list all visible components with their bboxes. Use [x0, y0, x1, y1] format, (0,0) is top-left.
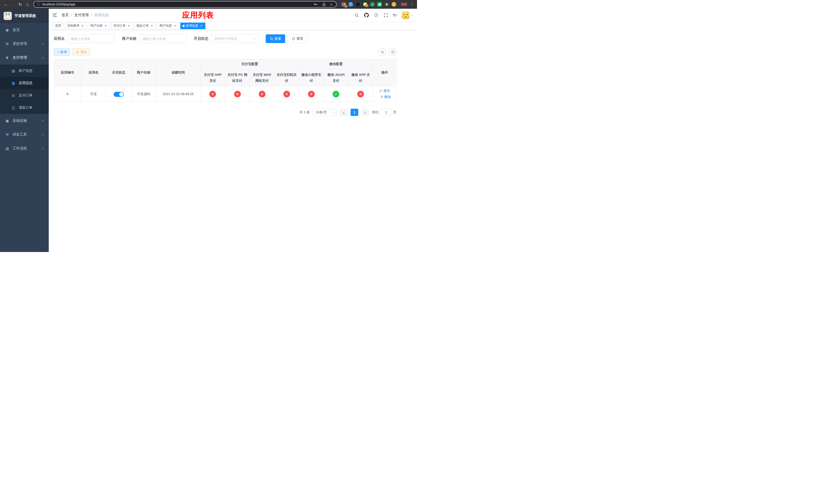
share-icon[interactable]	[321, 2, 327, 7]
breadcrumb-home[interactable]: 首页	[62, 13, 69, 18]
tab-refund-orders[interactable]: 退款订单 ×	[134, 23, 156, 29]
goto-suffix: 页	[393, 110, 396, 115]
search-icon[interactable]	[354, 12, 359, 18]
address-bar[interactable]: ⓘ localhost:1024/pay/app ☆	[33, 1, 337, 8]
close-icon[interactable]: ×	[104, 24, 107, 28]
reset-button-label: 重置	[297, 37, 303, 41]
pay-order-icon: ◎	[11, 93, 15, 97]
sidebar-item-devtools[interactable]: ⚒ 研发工具	[0, 128, 49, 141]
prev-page-button[interactable]: ‹	[340, 109, 348, 116]
sidebar-item-app-info[interactable]: ▦ 应用信息	[0, 77, 49, 89]
page-content: 应用名 商户名称 开启状态 请选择开启状态 搜索	[49, 30, 417, 252]
refresh-table-button[interactable]	[389, 48, 396, 56]
toggle-search-button[interactable]	[378, 48, 386, 56]
github-icon[interactable]	[364, 12, 369, 18]
browser-update-button[interactable]: 更新	[399, 2, 409, 7]
cell-app-id: 6	[54, 86, 81, 102]
extension-colorful-icon[interactable]: 10	[341, 2, 346, 7]
user-avatar[interactable]	[402, 11, 413, 19]
status-select[interactable]: 请选择开启状态	[211, 35, 259, 43]
goto-page-input[interactable]	[380, 109, 392, 116]
page-number-button[interactable]: 1	[351, 109, 358, 116]
sidebar-item-infrastructure[interactable]: ▣ 基础设施	[0, 114, 49, 128]
tab-process-form[interactable]: 流程表单 ×	[65, 23, 87, 29]
browser-reload-button[interactable]: ↻	[17, 1, 24, 8]
tab-label: 流程表单	[67, 24, 80, 28]
site-info-icon[interactable]: ⓘ	[37, 2, 40, 7]
sidebar-item-payment-management[interactable]: ¥ 支付管理	[0, 51, 49, 65]
close-icon[interactable]: ×	[127, 24, 131, 28]
tab-home[interactable]: 首页	[53, 23, 64, 29]
merchant-name-input[interactable]	[139, 35, 187, 43]
sidebar-item-refund-orders[interactable]: ◫ 退款订单	[0, 101, 49, 114]
font-size-icon[interactable]: TT	[393, 13, 397, 18]
pencil-icon	[379, 89, 382, 92]
extension-badge: 1	[365, 4, 369, 7]
app-name-input[interactable]	[67, 35, 115, 43]
bookmark-star-icon[interactable]: ☆	[330, 3, 333, 6]
tab-app-info[interactable]: 应用信息 ×	[180, 23, 205, 29]
extension-face-icon[interactable]	[392, 2, 396, 7]
extension-green-ring-icon[interactable]: 1	[363, 2, 368, 7]
alipay-pc-status-icon: ×	[234, 91, 241, 97]
next-page-button[interactable]: ›	[361, 109, 369, 116]
tab-pay-orders[interactable]: 支付订单 ×	[111, 23, 133, 29]
browser-forward-button[interactable]: →	[10, 1, 16, 8]
add-button[interactable]: + 新增	[54, 48, 70, 56]
sidebar-item-home[interactable]: ◉ 首页	[0, 23, 49, 37]
delete-button[interactable]: 删除	[380, 94, 391, 100]
col-header-app-name: 应用名	[81, 59, 106, 86]
tab-user-group[interactable]: 用户分组 ×	[88, 23, 110, 29]
password-key-icon[interactable]	[313, 2, 319, 7]
browser-back-button[interactable]: ←	[3, 1, 9, 8]
col-header-create-time: 创建时间	[156, 59, 200, 86]
close-icon[interactable]: ×	[173, 24, 177, 28]
extension-dark-circle-icon[interactable]	[356, 2, 360, 7]
breadcrumb-payment[interactable]: 支付管理	[74, 13, 89, 18]
page-size-select[interactable]: 10条/页	[313, 109, 337, 116]
logo-rabbit-image	[4, 12, 12, 20]
refund-order-icon: ◫	[11, 106, 15, 110]
sidebar-item-workflow[interactable]: ▥ 工作流程	[0, 141, 49, 155]
extension-drop-icon[interactable]	[349, 2, 353, 7]
fullscreen-icon[interactable]	[383, 12, 389, 18]
search-button[interactable]: 搜索	[266, 35, 285, 43]
tab-label: 应用信息	[186, 24, 198, 28]
tab-merchant-info[interactable]: 商户信息 ×	[157, 23, 179, 29]
sidebar-item-merchant-info[interactable]: ▤ 商户信息	[0, 65, 49, 77]
browser-home-button[interactable]: ⌂	[24, 1, 31, 8]
close-icon[interactable]: ×	[150, 24, 154, 28]
url-text: localhost:1024/pay/app	[42, 3, 311, 6]
close-icon[interactable]: ×	[199, 24, 203, 28]
chevron-down-icon	[411, 14, 413, 16]
page-size-value: 10条/页	[316, 110, 327, 115]
col-header-wx-jsapi: 微信 JSAPI 支付	[324, 69, 348, 86]
browser-toolbar: ← → ↻ ⌂ ⓘ localhost:1024/pay/app ☆ 10 1 …	[0, 0, 417, 9]
sidebar-item-pay-orders[interactable]: ◎ 支付订单	[0, 89, 49, 101]
extensions-puzzle-icon[interactable]	[385, 2, 389, 7]
plus-icon: +	[57, 50, 59, 54]
tags-view-bar: 首页 流程表单 × 用户分组 × 支付订单 × 退款订单 × 商户信息 ×	[49, 22, 417, 30]
cell-create-time: 2021-10-23 08:49:25	[156, 86, 200, 102]
breadcrumb: 首页 / 支付管理 / 应用信息	[62, 13, 109, 18]
app-name-label: 应用名	[54, 37, 65, 41]
help-icon[interactable]: ?	[373, 12, 379, 18]
extension-chat-icon[interactable]	[377, 2, 382, 7]
extension-check-circle-icon[interactable]: ✓	[370, 2, 375, 7]
trash-icon	[380, 95, 383, 98]
reset-button[interactable]: 重置	[288, 35, 307, 43]
main-area: 首页 / 支付管理 / 应用信息 应用列表 ? TT	[49, 9, 417, 252]
browser-menu-icon[interactable]: ⋮	[410, 2, 414, 7]
edit-button[interactable]: 修改	[379, 88, 390, 94]
merchant-name-label: 商户名称	[122, 37, 136, 41]
tab-label: 商户信息	[159, 24, 172, 28]
app-logo[interactable]: 芋道管理系统	[0, 9, 49, 23]
close-icon[interactable]: ×	[81, 24, 84, 28]
col-header-merchant: 商户名称	[131, 59, 156, 86]
sidebar-item-system-management[interactable]: ⚙ 系统管理	[0, 37, 49, 51]
breadcrumb-current: 应用信息	[94, 13, 109, 18]
tab-label: 支付订单	[113, 24, 126, 28]
status-toggle[interactable]	[114, 92, 124, 97]
export-button[interactable]: 导出	[72, 48, 90, 56]
sidebar-toggle-icon[interactable]	[49, 9, 62, 22]
